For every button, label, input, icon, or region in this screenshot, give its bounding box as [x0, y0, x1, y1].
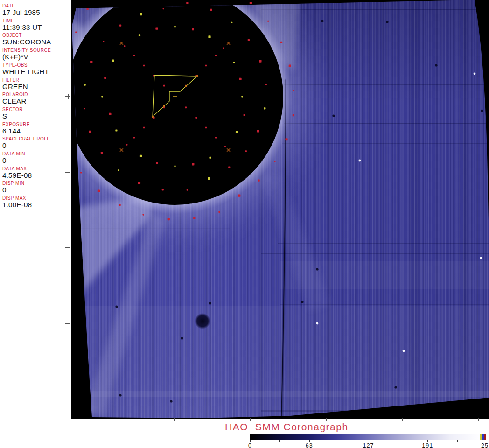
field-value: 0: [2, 186, 70, 194]
field-label: TYPE-OBS: [2, 63, 70, 68]
field-value: (K+F)*V: [2, 53, 70, 61]
coronagraph-display-window: DATE17 Jul 1985TIME11:39:33 UTOBJECTSUN:…: [0, 0, 489, 448]
metadata-field: SPACECRAFT ROLL0: [2, 136, 70, 149]
colorbar-tick: [457, 440, 458, 442]
field-label: DATA MIN: [2, 151, 70, 156]
colorbar-tick: [279, 440, 280, 442]
field-value: 4.59E-08: [2, 171, 70, 179]
field-value: 1.00E-08: [2, 201, 70, 209]
field-value: 0: [2, 156, 70, 164]
field-label: DATE: [2, 3, 70, 8]
field-label: SECTOR: [2, 107, 70, 112]
colorbar-scale-label: 63: [306, 442, 313, 448]
field-label: FILTER: [2, 77, 70, 83]
metadata-field: DATA MIN0: [2, 151, 70, 164]
field-label: DISP MIN: [2, 181, 70, 186]
field-value: CLEAR: [2, 97, 70, 105]
colorbar-tick: [339, 440, 339, 442]
bottom-axis-tick: [98, 418, 98, 421]
bottom-axis-tick: [478, 418, 479, 421]
metadata-field: DATE17 Jul 1985: [2, 3, 70, 16]
field-value: WHITE LIGHT: [2, 68, 70, 76]
metadata-field: SECTORS: [2, 107, 70, 120]
left-axis-tick: [65, 323, 70, 324]
metadata-field: DATA MAX4.59E-08: [2, 166, 70, 179]
field-label: INTENSITY SOURCE: [2, 48, 70, 53]
metadata-sidebar: DATE17 Jul 1985TIME11:39:33 UTOBJECTSUN:…: [0, 0, 71, 418]
coronagraph-image: [71, 0, 489, 419]
field-label: DISP MAX: [2, 196, 70, 201]
metadata-field: INTENSITY SOURCE(K+F)*V: [2, 48, 70, 61]
field-label: TIME: [2, 18, 70, 23]
field-value: 11:39:33 UT: [2, 23, 70, 31]
bottom-axis-tick: [402, 418, 403, 421]
left-axis-tick: [65, 399, 70, 399]
intensity-colorbar: [250, 434, 487, 440]
field-label: DATA MAX: [2, 166, 70, 171]
left-axis-tick: [65, 172, 70, 173]
colorbar-scale-label: 255: [481, 442, 489, 448]
plot-title: HAO SMM Coronagraph: [225, 421, 349, 433]
field-label: EXPOSURE: [2, 122, 70, 127]
axis-baseline: [61, 418, 488, 418]
colorbar-scale-label: 127: [363, 442, 374, 448]
field-value: 0: [2, 141, 70, 149]
metadata-field: TYPE-OBSWHITE LIGHT: [2, 63, 70, 76]
left-axis-tick: [65, 21, 70, 21]
field-value: 17 Jul 1985: [2, 8, 70, 16]
metadata-field: TIME11:39:33 UT: [2, 18, 70, 31]
field-label: OBJECT: [2, 33, 70, 38]
bottom-axis-tick: [250, 418, 251, 421]
bottom-axis-tick: [326, 418, 327, 421]
colorbar-tick: [398, 440, 398, 442]
left-axis-tick: [65, 247, 70, 248]
metadata-field: DISP MIN0: [2, 181, 70, 194]
metadata-field: POLAROIDCLEAR: [2, 92, 70, 105]
metadata-field: EXPOSURE6.144: [2, 122, 70, 135]
left-axis-cross: [68, 94, 69, 99]
coronagraph-image-panel: [71, 0, 489, 419]
colorbar-scale-label: 0: [248, 442, 252, 448]
colorbar-end-stripe: [484, 434, 486, 440]
metadata-field: DISP MAX1.00E-08: [2, 196, 70, 209]
field-value: 6.144: [2, 127, 70, 135]
field-label: SPACECRAFT ROLL: [2, 136, 70, 141]
field-value: GREEN: [2, 83, 70, 91]
bottom-axis-cross: [171, 420, 178, 420]
metadata-field: OBJECTSUN:CORONA: [2, 33, 70, 46]
field-value: S: [2, 112, 70, 120]
field-label: POLAROID: [2, 92, 70, 97]
field-value: SUN:CORONA: [2, 38, 70, 46]
colorbar-scale-label: 191: [422, 442, 433, 448]
metadata-field: FILTERGREEN: [2, 77, 70, 91]
